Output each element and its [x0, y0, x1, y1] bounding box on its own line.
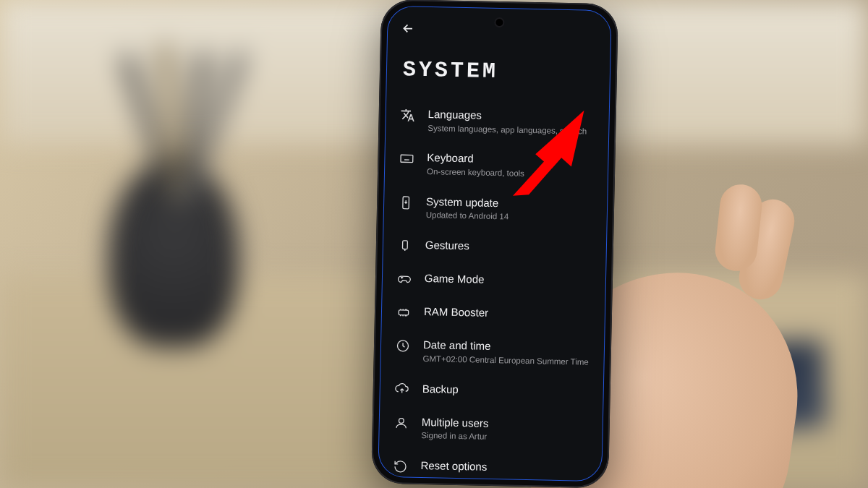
back-arrow-icon — [401, 21, 415, 35]
item-title: Gestures — [425, 238, 592, 255]
item-title: Backup — [422, 382, 589, 399]
clock-icon — [396, 338, 410, 353]
svg-rect-0 — [401, 155, 413, 163]
translate-icon — [400, 108, 414, 122]
settings-item-date-time[interactable]: Date and time GMT+02:00 Central European… — [380, 328, 604, 377]
settings-item-system-update[interactable]: System update Updated to Android 14 — [383, 185, 607, 234]
svg-point-5 — [399, 418, 404, 423]
page-title: SYSTEM — [386, 38, 610, 102]
item-title: Multiple users — [422, 415, 588, 432]
settings-item-languages[interactable]: Languages System languages, app language… — [386, 98, 609, 146]
system-update-icon — [399, 195, 413, 210]
gestures-icon — [398, 239, 412, 254]
game-mode-icon — [397, 272, 412, 286]
scene-background: SYSTEM Languages System languages, app l… — [0, 0, 868, 488]
settings-item-multiple-users[interactable]: Multiple users Signed in as Artur — [379, 405, 603, 453]
phone-frame: SYSTEM Languages System languages, app l… — [371, 0, 618, 488]
item-title: Game Mode — [425, 271, 591, 288]
item-title: System update — [426, 194, 592, 212]
settings-item-reset-options[interactable]: Reset options — [378, 449, 602, 481]
item-title: Keyboard — [427, 150, 593, 168]
item-title: Date and time — [423, 338, 590, 355]
settings-item-ram-booster[interactable]: RAM Booster — [382, 295, 605, 333]
item-subtitle: Signed in as Artur — [421, 430, 587, 445]
phone-screen: SYSTEM Languages System languages, app l… — [378, 6, 612, 481]
item-subtitle: System languages, app languages, speech — [427, 123, 594, 137]
item-subtitle: On-screen keyboard, tools — [427, 166, 593, 181]
item-title: Languages — [428, 107, 595, 124]
settings-list: Languages System languages, app language… — [378, 98, 609, 481]
backup-icon — [395, 382, 409, 397]
ram-booster-icon — [396, 305, 411, 320]
svg-rect-2 — [402, 241, 407, 249]
settings-item-game-mode[interactable]: Game Mode — [382, 262, 605, 299]
keyboard-icon — [399, 152, 414, 166]
settings-item-gestures[interactable]: Gestures — [383, 228, 606, 266]
multiple-users-icon — [394, 416, 409, 430]
item-title: Reset options — [420, 458, 587, 476]
settings-item-keyboard[interactable]: Keyboard On-screen keyboard, tools — [385, 141, 608, 189]
settings-item-backup[interactable]: Backup — [380, 372, 603, 409]
svg-rect-3 — [399, 310, 408, 315]
item-subtitle: GMT+02:00 Central European Summer Time — [422, 354, 589, 368]
reset-icon — [393, 459, 407, 474]
item-title: RAM Booster — [424, 304, 590, 322]
item-subtitle: Updated to Android 14 — [426, 210, 592, 224]
